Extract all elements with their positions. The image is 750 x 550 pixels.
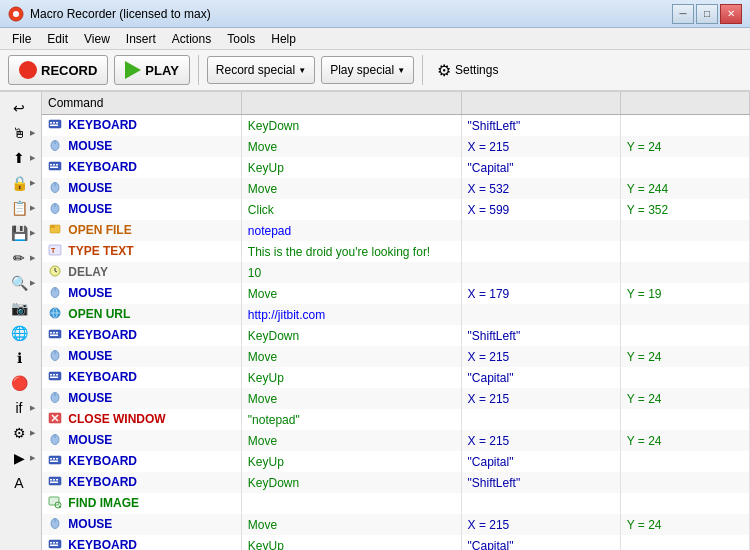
sidebar-item-scroll-up[interactable]: ⬆▶ — [2, 146, 36, 170]
table-row[interactable]: MOUSE Move X = 179 Y = 19 — [42, 283, 750, 304]
sidebar-item-save[interactable]: 💾▶ — [2, 221, 36, 245]
close-button[interactable]: ✕ — [720, 4, 742, 24]
cell-col4 — [620, 157, 749, 178]
table-row[interactable]: MOUSE Move X = 532 Y = 244 — [42, 178, 750, 199]
sidebar-item-screenshot[interactable]: 📷 — [2, 296, 36, 320]
table-row[interactable]: KEYBOARD KeyUp "Capital" — [42, 451, 750, 472]
table-row[interactable]: MOUSE Move X = 215 Y = 24 — [42, 136, 750, 157]
table-row[interactable]: CLOSE WINDOW "notepad" — [42, 409, 750, 430]
cell-col4 — [620, 535, 749, 550]
cell-col2: Move — [241, 430, 461, 451]
table-row[interactable]: KEYBOARD KeyDown "ShiftLeft" — [42, 115, 750, 137]
cell-command: OPEN FILE — [42, 220, 241, 241]
table-row[interactable]: OPEN URL http://jitbit.com — [42, 304, 750, 325]
menu-view[interactable]: View — [76, 30, 118, 48]
table-row[interactable]: MOUSE Move X = 215 Y = 24 — [42, 388, 750, 409]
cell-col2: http://jitbit.com — [241, 304, 461, 325]
play-button[interactable]: PLAY — [114, 55, 189, 85]
main-layout: ↩🖱▶⬆▶🔒▶📋▶💾▶✏▶🔍▶📷🌐ℹ🔴if▶⚙▶▶▶A Command KEYB… — [0, 92, 750, 550]
table-row[interactable]: KEYBOARD KeyUp "Capital" — [42, 367, 750, 388]
cell-col4: Y = 24 — [620, 388, 749, 409]
menu-help[interactable]: Help — [263, 30, 304, 48]
cell-command: DELAY — [42, 262, 241, 283]
cell-col2: KeyDown — [241, 115, 461, 137]
table-row[interactable]: KEYBOARD KeyUp "Capital" — [42, 157, 750, 178]
cell-col4: Y = 19 — [620, 283, 749, 304]
cell-command: MOUSE — [42, 514, 241, 535]
svg-rect-32 — [53, 332, 55, 334]
sidebar-item-edit[interactable]: ✏▶ — [2, 246, 36, 270]
sidebar-item-record[interactable]: 🔴 — [2, 371, 36, 395]
app-icon — [8, 5, 24, 22]
cell-col2: Move — [241, 514, 461, 535]
cell-command: KEYBOARD — [42, 325, 241, 346]
svg-rect-10 — [50, 164, 52, 166]
record-label: RECORD — [41, 63, 97, 78]
cell-col3 — [461, 304, 620, 325]
cell-col3: X = 215 — [461, 346, 620, 367]
cell-col4 — [620, 262, 749, 283]
play-icon — [125, 61, 141, 79]
table-row[interactable]: FIND IMAGE — [42, 493, 750, 514]
sidebar-item-web[interactable]: 🌐 — [2, 321, 36, 345]
menu-actions[interactable]: Actions — [164, 30, 219, 48]
table-row[interactable]: MOUSE Click X = 599 Y = 352 — [42, 199, 750, 220]
cell-col3: "ShiftLeft" — [461, 115, 620, 137]
sidebar-item-mouse-action[interactable]: 🖱▶ — [2, 121, 36, 145]
menu-file[interactable]: File — [4, 30, 39, 48]
minimize-button[interactable]: ─ — [672, 4, 694, 24]
table-row[interactable]: KEYBOARD KeyDown "ShiftLeft" — [42, 472, 750, 493]
cell-command: KEYBOARD — [42, 367, 241, 388]
table-row[interactable]: KEYBOARD KeyDown "ShiftLeft" — [42, 325, 750, 346]
settings-button[interactable]: ⚙ Settings — [431, 57, 504, 84]
col-header-4 — [620, 92, 749, 115]
record-button[interactable]: RECORD — [8, 55, 108, 85]
cell-col4: Y = 352 — [620, 199, 749, 220]
cell-col3: X = 179 — [461, 283, 620, 304]
command-table: Command KEYBOARD KeyDown "ShiftLeft" MOU… — [42, 92, 750, 550]
table-row[interactable]: MOUSE Move X = 215 Y = 24 — [42, 346, 750, 367]
command-icon — [48, 372, 62, 386]
sidebar-item-run[interactable]: ▶▶ — [2, 446, 36, 470]
cell-col3: "ShiftLeft" — [461, 325, 620, 346]
svg-rect-30 — [49, 330, 61, 338]
cell-col2: KeyDown — [241, 472, 461, 493]
cell-command: KEYBOARD — [42, 157, 241, 178]
table-row[interactable]: T TYPE TEXT This is the droid you're loo… — [42, 241, 750, 262]
play-special-button[interactable]: Play special ▼ — [321, 56, 414, 84]
sidebar-item-settings-side[interactable]: ⚙▶ — [2, 421, 36, 445]
table-row[interactable]: KEYBOARD KeyUp "Capital" — [42, 535, 750, 550]
svg-rect-65 — [50, 542, 52, 544]
menu-edit[interactable]: Edit — [39, 30, 76, 48]
table-row[interactable]: MOUSE Move X = 215 Y = 24 — [42, 430, 750, 451]
menu-tools[interactable]: Tools — [219, 30, 263, 48]
cell-col3: "Capital" — [461, 535, 620, 550]
maximize-button[interactable]: □ — [696, 4, 718, 24]
cell-col4 — [620, 325, 749, 346]
toolbar: RECORD PLAY Record special ▼ Play specia… — [0, 50, 750, 92]
sidebar-item-lock[interactable]: 🔒▶ — [2, 171, 36, 195]
cell-command: CLOSE WINDOW — [42, 409, 241, 430]
settings-label: Settings — [455, 63, 498, 77]
sidebar-item-condition[interactable]: if▶ — [2, 396, 36, 420]
svg-rect-33 — [56, 332, 58, 334]
sidebar-item-text[interactable]: A — [2, 471, 36, 495]
toolbar-sep-1 — [198, 55, 199, 85]
sidebar-item-find[interactable]: 🔍▶ — [2, 271, 36, 295]
sidebar-item-undo[interactable]: ↩ — [2, 96, 36, 120]
cell-col2 — [241, 493, 461, 514]
svg-rect-19 — [50, 225, 55, 228]
record-special-button[interactable]: Record special ▼ — [207, 56, 315, 84]
svg-rect-55 — [50, 479, 52, 481]
svg-rect-51 — [53, 458, 55, 460]
table-row[interactable]: DELAY 10 — [42, 262, 750, 283]
table-row[interactable]: MOUSE Move X = 215 Y = 24 — [42, 514, 750, 535]
sidebar-item-clipboard[interactable]: 📋▶ — [2, 196, 36, 220]
command-icon — [48, 540, 62, 550]
menu-insert[interactable]: Insert — [118, 30, 164, 48]
cell-col2: Move — [241, 178, 461, 199]
svg-rect-39 — [53, 374, 55, 376]
sidebar-item-info[interactable]: ℹ — [2, 346, 36, 370]
play-label: PLAY — [145, 63, 178, 78]
table-row[interactable]: OPEN FILE notepad — [42, 220, 750, 241]
